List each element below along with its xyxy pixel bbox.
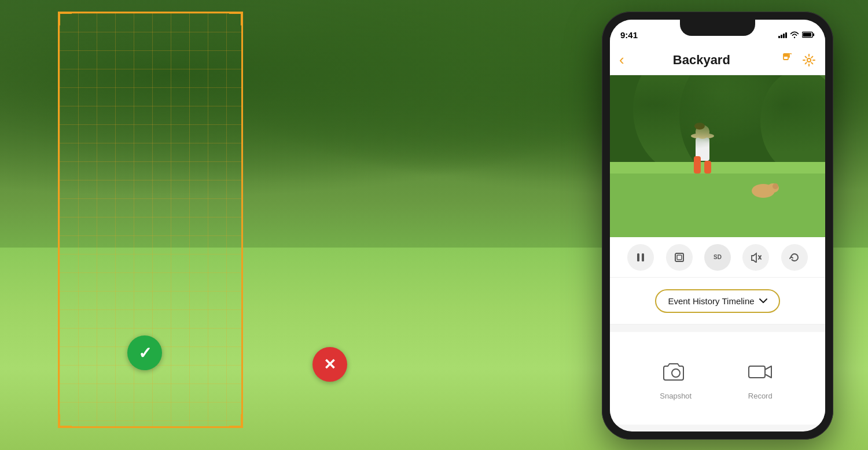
phone-screen: 9:41 [610,20,825,431]
timeline-pill[interactable]: Event History Timeline [655,289,779,313]
detection-area: ✓ ✕ [58,12,243,428]
mute-icon [750,252,762,263]
status-icons [778,31,815,38]
record-icon-container [745,357,775,387]
svg-point-27 [672,369,680,377]
signal-icon [778,31,787,38]
svg-rect-10 [610,168,825,237]
timeline-section: Event History Timeline [610,278,825,324]
status-time: 9:41 [620,30,638,40]
svg-rect-28 [749,366,765,378]
app-header: ‹ Backyard [610,45,825,75]
pause-button[interactable] [627,244,654,271]
camera-icon [663,362,689,382]
record-action[interactable]: Record [745,357,775,400]
timeline-label: Event History Timeline [668,296,754,306]
signal-bar-2 [781,35,782,38]
snapshot-action[interactable]: Snapshot [660,357,692,400]
header-icons [779,53,816,67]
divider [610,324,825,324]
svg-rect-22 [642,253,644,261]
signal-bar-3 [783,34,785,38]
pause-icon [635,252,646,263]
bottom-actions: Snapshot Record [610,332,825,425]
mute-button[interactable] [742,244,769,271]
control-bar: SD [610,237,825,278]
camera-feed-trees [610,75,825,172]
phone-container: 9:41 [602,12,833,440]
svg-rect-2 [803,33,811,36]
check-circle[interactable]: ✓ [127,335,162,370]
svg-rect-21 [637,253,639,261]
share-icon[interactable] [779,53,793,67]
notch [680,20,755,36]
check-symbol: ✓ [138,344,152,363]
camera-feed[interactable] [610,75,825,237]
sd-button[interactable]: SD [704,244,731,271]
svg-point-20 [773,183,778,189]
x-symbol: ✕ [323,356,336,374]
record-label: Record [748,392,773,400]
back-button[interactable]: ‹ [619,51,624,69]
rotate-icon [789,252,800,263]
snapshot-label: Snapshot [660,392,692,400]
snapshot-icon-container [661,357,691,387]
svg-rect-24 [677,255,682,260]
wifi-icon [790,31,799,38]
svg-point-4 [807,58,811,62]
gear-icon[interactable] [802,53,816,67]
chevron-down-icon [759,298,767,304]
rotate-button[interactable] [781,244,808,271]
fullscreen-icon [674,252,685,263]
battery-icon [802,31,815,38]
fullscreen-button[interactable] [666,244,693,271]
x-circle[interactable]: ✕ [312,347,347,382]
sd-label: SD [713,254,722,260]
header-title: Backyard [673,53,730,68]
svg-rect-1 [812,34,814,36]
video-icon [748,362,773,382]
svg-rect-23 [675,253,683,261]
signal-bar-4 [785,32,787,38]
signal-bar-1 [778,36,780,38]
